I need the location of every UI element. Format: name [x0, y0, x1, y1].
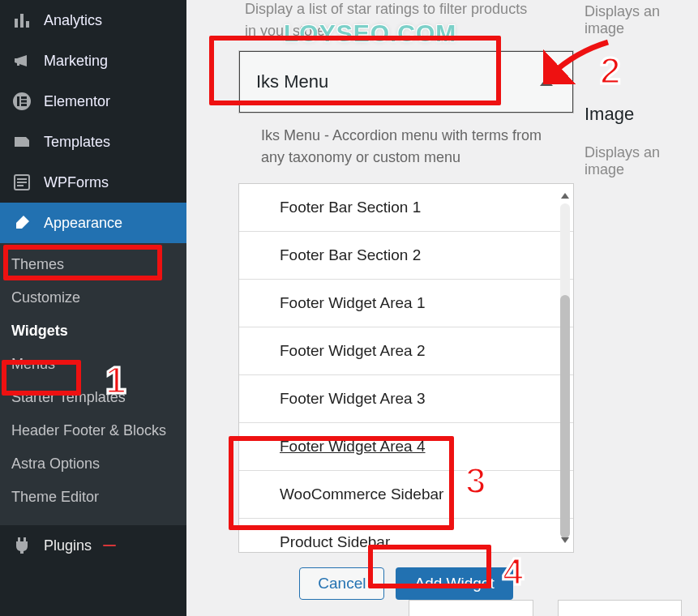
area-option[interactable]: WooCommerce Sidebar — [239, 471, 573, 519]
submenu-header-footer-blocks[interactable]: Header Footer & Blocks — [0, 414, 186, 447]
sidebar-item-appearance[interactable]: Appearance — [0, 203, 186, 243]
sidebar-item-templates[interactable]: Templates — [0, 122, 186, 162]
sidebar-item-label: Plugins — [44, 537, 92, 554]
admin-sidebar: Analytics Marketing Elementor Templates … — [0, 0, 186, 616]
widget-description: Iks Menu - Accordion menu with terms fro… — [238, 113, 574, 183]
submenu-astra-options[interactable]: Astra Options — [0, 447, 186, 481]
area-option[interactable]: Footer Widget Area 2 — [239, 327, 573, 375]
submenu-theme-editor[interactable]: Theme Editor — [0, 481, 186, 514]
area-list-scrollbar[interactable] — [559, 186, 572, 550]
adjacent-widget-title: Image — [585, 84, 698, 144]
analytics-icon — [11, 10, 32, 31]
adjacent-widget-column: Displays an image Image Displays an imag… — [585, 0, 698, 178]
megaphone-icon — [11, 50, 32, 71]
elementor-icon — [11, 91, 32, 112]
area-option[interactable]: Footer Widget Area 4 — [239, 423, 573, 471]
cancel-button[interactable]: Cancel — [299, 567, 384, 600]
submenu-starter-templates[interactable]: Starter Templates — [0, 381, 186, 414]
templates-icon — [11, 131, 32, 152]
adjacent-widget-desc: Displays an image — [585, 3, 698, 37]
sidebar-item-label: Appearance — [44, 215, 122, 232]
sidebar-item-analytics[interactable]: Analytics — [0, 0, 186, 41]
content-area: Display a list of star ratings to filter… — [186, 0, 698, 616]
sidebar-item-label: Elementor — [44, 93, 110, 110]
scroll-thumb[interactable] — [560, 295, 570, 538]
svg-rect-1 — [20, 14, 24, 28]
svg-rect-0 — [15, 19, 18, 28]
plugins-update-badge — [103, 545, 116, 546]
sidebar-item-plugins[interactable]: Plugins — [0, 525, 186, 566]
svg-rect-2 — [26, 21, 29, 28]
submenu-menus[interactable]: Menus — [0, 348, 186, 381]
widget-area-list: Footer Bar Section 1 Footer Bar Section … — [238, 183, 574, 553]
sidebar-item-label: Analytics — [44, 12, 102, 29]
sidebar-item-elementor[interactable]: Elementor — [0, 81, 186, 122]
collapse-up-icon — [540, 78, 553, 86]
sidebar-item-label: Marketing — [44, 53, 108, 70]
area-option[interactable]: Footer Bar Section 1 — [239, 184, 573, 232]
widget-title: Iks Menu — [256, 71, 328, 92]
widget-chooser-header[interactable]: Iks Menu — [239, 51, 573, 113]
add-widget-button[interactable]: Add Widget — [396, 567, 512, 600]
plugins-icon — [11, 535, 32, 556]
area-option[interactable]: Product Sidebar — [239, 519, 573, 553]
wpforms-icon — [11, 172, 32, 193]
scroll-down-icon[interactable] — [561, 537, 569, 545]
scroll-up-icon[interactable] — [561, 190, 569, 199]
bottom-widget-boxes — [409, 600, 682, 616]
svg-rect-11 — [17, 185, 24, 186]
sidebar-item-marketing[interactable]: Marketing — [0, 41, 186, 81]
sidebar-item-wpforms[interactable]: WPForms — [0, 162, 186, 203]
submenu-widgets[interactable]: Widgets — [0, 314, 186, 348]
area-option[interactable]: Footer Bar Section 2 — [239, 232, 573, 280]
svg-rect-9 — [17, 178, 27, 180]
watermark-text: LOYSEO.COM — [284, 19, 456, 47]
widget-box-placeholder[interactable] — [558, 600, 683, 616]
brush-icon — [11, 212, 32, 233]
svg-rect-6 — [21, 101, 27, 103]
widget-chooser: Iks Menu — [238, 50, 574, 113]
submenu-customize[interactable]: Customize — [0, 281, 186, 314]
widget-actions: Cancel Add Widget — [238, 567, 574, 600]
area-option[interactable]: Footer Widget Area 1 — [239, 280, 573, 327]
appearance-submenu: Themes Customize Widgets Menus Starter T… — [0, 243, 186, 525]
svg-rect-5 — [21, 96, 27, 99]
area-option[interactable]: Footer Widget Area 3 — [239, 375, 573, 423]
adjacent-widget-desc: Displays an image — [585, 144, 698, 178]
sidebar-item-label: WPForms — [44, 174, 109, 191]
svg-rect-7 — [21, 104, 27, 106]
svg-rect-10 — [17, 182, 27, 183]
svg-rect-4 — [17, 96, 19, 106]
submenu-themes[interactable]: Themes — [0, 248, 186, 281]
sidebar-item-label: Templates — [44, 134, 110, 151]
widget-box-placeholder[interactable] — [409, 600, 533, 616]
